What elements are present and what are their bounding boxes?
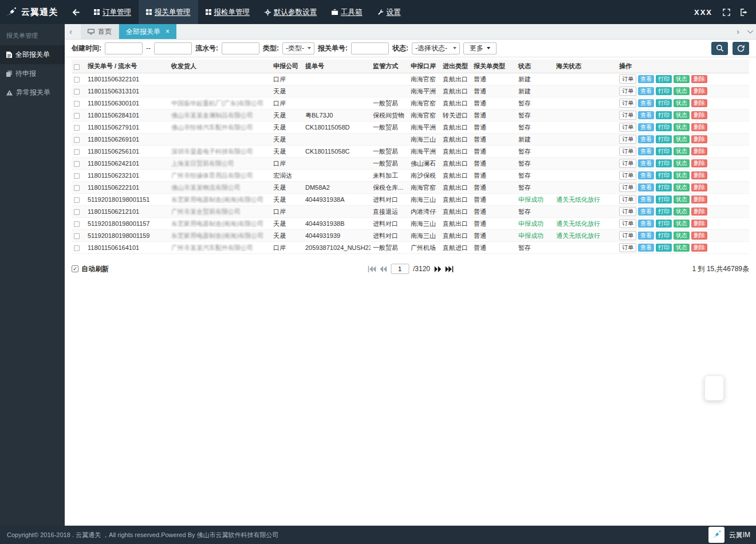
row-checkbox[interactable]	[74, 113, 80, 119]
status-button[interactable]: 状态	[674, 111, 690, 119]
delete-button[interactable]: 删除	[691, 195, 707, 203]
first-page-button[interactable]	[368, 266, 376, 272]
order-button[interactable]: 订单	[619, 195, 636, 204]
refresh-button[interactable]	[733, 42, 749, 55]
row-checkbox[interactable]	[74, 197, 80, 203]
row-checkbox[interactable]	[74, 101, 80, 107]
status-button[interactable]: 状态	[674, 99, 690, 107]
sidebar-item-abnormal-declarations[interactable]: 异常报关单	[0, 83, 65, 102]
view-button[interactable]: 查看	[638, 159, 654, 167]
view-button[interactable]: 查看	[638, 195, 654, 203]
print-button[interactable]: 打印	[656, 208, 672, 216]
row-checkbox[interactable]	[74, 173, 80, 179]
print-button[interactable]: 打印	[656, 123, 672, 131]
row-checkbox[interactable]	[74, 89, 80, 95]
status-button[interactable]: 状态	[674, 183, 690, 191]
status-button[interactable]: 状态	[674, 208, 690, 216]
print-button[interactable]: 打印	[656, 159, 672, 167]
row-checkbox[interactable]	[74, 209, 80, 215]
print-button[interactable]: 打印	[656, 171, 672, 179]
last-page-button[interactable]	[445, 266, 453, 272]
view-button[interactable]: 查看	[638, 147, 654, 155]
view-button[interactable]: 查看	[638, 208, 654, 216]
im-widget[interactable]: 云翼IM	[706, 526, 756, 544]
print-button[interactable]: 打印	[656, 99, 672, 107]
search-button[interactable]	[711, 42, 728, 55]
status-button[interactable]: 状态	[674, 123, 690, 131]
user-name[interactable]: XXX	[694, 8, 712, 17]
row-checkbox[interactable]	[74, 137, 80, 143]
delete-button[interactable]: 删除	[691, 220, 707, 228]
status-button[interactable]: 状态	[674, 147, 690, 155]
print-button[interactable]: 打印	[656, 87, 672, 95]
row-checkbox[interactable]	[74, 149, 80, 155]
tab-scroll-right[interactable]: ›	[732, 24, 744, 39]
view-button[interactable]: 查看	[638, 171, 654, 179]
logout-icon[interactable]	[741, 9, 748, 16]
view-button[interactable]: 查看	[638, 244, 654, 252]
status-button[interactable]: 状态	[674, 195, 690, 203]
row-checkbox[interactable]	[74, 233, 80, 239]
order-button[interactable]: 订单	[619, 135, 636, 144]
order-button[interactable]: 订单	[619, 159, 636, 168]
next-page-button[interactable]	[434, 266, 441, 272]
view-button[interactable]: 查看	[638, 99, 654, 107]
tab-scroll-left[interactable]: ‹	[65, 24, 77, 39]
order-button[interactable]: 订单	[619, 207, 636, 216]
order-button[interactable]: 订单	[619, 75, 636, 84]
delete-button[interactable]: 删除	[691, 135, 707, 143]
order-button[interactable]: 订单	[619, 147, 636, 156]
menu-item-order-mgmt[interactable]: 订单管理	[86, 0, 139, 24]
close-tab-icon[interactable]: ×	[166, 28, 170, 35]
sidebar-item-all-declarations[interactable]: 全部报关单	[0, 45, 65, 64]
delete-button[interactable]: 删除	[691, 75, 707, 83]
auto-refresh[interactable]: ✓ 自动刷新	[72, 264, 109, 274]
delete-button[interactable]: 删除	[691, 208, 707, 216]
delete-button[interactable]: 删除	[691, 123, 707, 131]
menu-item-inspection-decl-mgmt[interactable]: 报检单管理	[198, 0, 258, 24]
select-all-checkbox[interactable]	[74, 64, 80, 70]
print-button[interactable]: 打印	[656, 111, 672, 119]
print-button[interactable]: 打印	[656, 232, 672, 240]
delete-button[interactable]: 删除	[691, 232, 707, 240]
order-button[interactable]: 订单	[619, 231, 636, 240]
menu-item-settings[interactable]: 设置	[370, 0, 408, 24]
row-checkbox[interactable]	[74, 161, 80, 167]
order-button[interactable]: 订单	[619, 243, 636, 252]
view-button[interactable]: 查看	[638, 232, 654, 240]
view-button[interactable]: 查看	[638, 123, 654, 131]
order-button[interactable]: 订单	[619, 111, 636, 120]
status-button[interactable]: 状态	[674, 75, 690, 83]
prev-page-button[interactable]	[380, 266, 387, 272]
fullscreen-icon[interactable]	[723, 9, 730, 16]
status-button[interactable]: 状态	[674, 135, 690, 143]
status-select[interactable]: -选择状态-	[412, 42, 460, 54]
status-button[interactable]: 状态	[674, 87, 690, 95]
auto-refresh-checkbox[interactable]: ✓	[72, 265, 78, 272]
print-button[interactable]: 打印	[656, 75, 672, 83]
print-button[interactable]: 打印	[656, 220, 672, 228]
delete-button[interactable]: 删除	[691, 147, 707, 155]
tab-home[interactable]: 首页	[81, 24, 119, 39]
serial-input[interactable]	[222, 42, 259, 54]
order-button[interactable]: 订单	[619, 171, 636, 180]
print-button[interactable]: 打印	[656, 135, 672, 143]
row-checkbox[interactable]	[74, 77, 80, 83]
delete-button[interactable]: 删除	[691, 99, 707, 107]
row-checkbox[interactable]	[74, 221, 80, 227]
chat-launcher[interactable]	[704, 375, 724, 401]
view-button[interactable]: 查看	[638, 75, 654, 83]
print-button[interactable]: 打印	[656, 195, 672, 203]
more-filters-button[interactable]: 更多	[463, 42, 497, 54]
status-button[interactable]: 状态	[674, 244, 690, 252]
view-button[interactable]: 查看	[638, 183, 654, 191]
created-from-input[interactable]	[105, 42, 143, 54]
status-button[interactable]: 状态	[674, 159, 690, 167]
delete-button[interactable]: 删除	[691, 244, 707, 252]
tab-all-declarations[interactable]: 全部报关单×	[119, 24, 176, 39]
order-button[interactable]: 订单	[619, 183, 636, 192]
tab-list-dropdown[interactable]	[744, 24, 756, 39]
view-button[interactable]: 查看	[638, 87, 654, 95]
row-checkbox[interactable]	[74, 185, 80, 191]
delete-button[interactable]: 删除	[691, 159, 707, 167]
